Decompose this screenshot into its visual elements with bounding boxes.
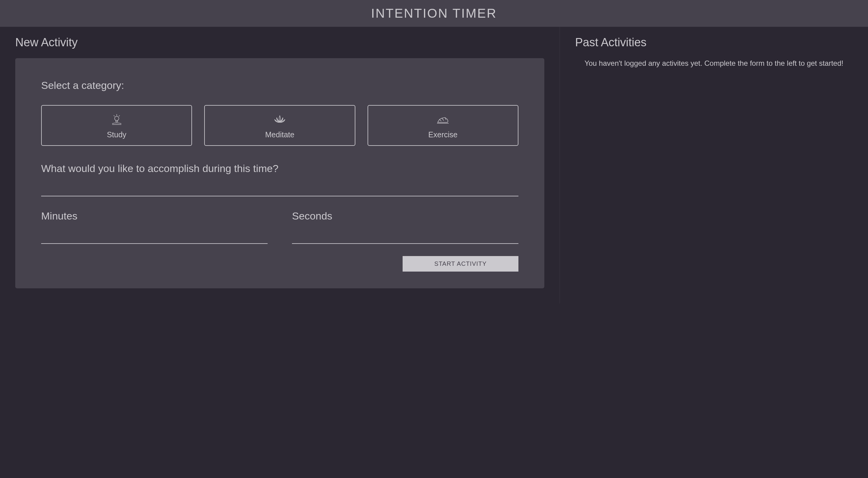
start-activity-button[interactable]: START ACTIVITY <box>403 256 519 272</box>
category-meditate-button[interactable]: Meditate <box>204 105 355 146</box>
app-title: INTENTION TIMER <box>0 6 868 21</box>
accomplish-input[interactable] <box>41 180 519 196</box>
seconds-input[interactable] <box>292 228 519 244</box>
seconds-field: Seconds <box>292 210 519 244</box>
seconds-label: Seconds <box>292 210 519 222</box>
minutes-label: Minutes <box>41 210 268 222</box>
past-activities-empty-message: You haven't logged any activites yet. Co… <box>575 58 853 69</box>
app-header: INTENTION TIMER <box>0 0 868 27</box>
meditate-icon <box>272 113 287 125</box>
minutes-field: Minutes <box>41 210 268 244</box>
new-activity-title: New Activity <box>15 36 544 49</box>
category-study-label: Study <box>107 130 126 139</box>
category-exercise-button[interactable]: Exercise <box>368 105 519 146</box>
category-exercise-label: Exercise <box>428 130 458 139</box>
main-container: New Activity Select a category: <box>0 27 868 304</box>
exercise-icon <box>435 113 451 125</box>
new-activity-form: Select a category: <box>15 58 544 288</box>
minutes-input[interactable] <box>41 228 268 244</box>
time-row: Minutes Seconds <box>41 210 519 244</box>
past-activities-panel: Past Activities You haven't logged any a… <box>560 27 868 304</box>
svg-point-0 <box>115 116 119 121</box>
category-buttons-row: Study Meditate <box>41 105 519 146</box>
accomplish-label: What would you like to accomplish during… <box>41 163 519 174</box>
start-row: START ACTIVITY <box>41 256 519 272</box>
select-category-label: Select a category: <box>41 79 519 91</box>
past-activities-title: Past Activities <box>575 36 853 49</box>
study-icon <box>109 113 124 125</box>
category-study-button[interactable]: Study <box>41 105 192 146</box>
new-activity-panel: New Activity Select a category: <box>0 27 560 304</box>
category-meditate-label: Meditate <box>265 130 294 139</box>
